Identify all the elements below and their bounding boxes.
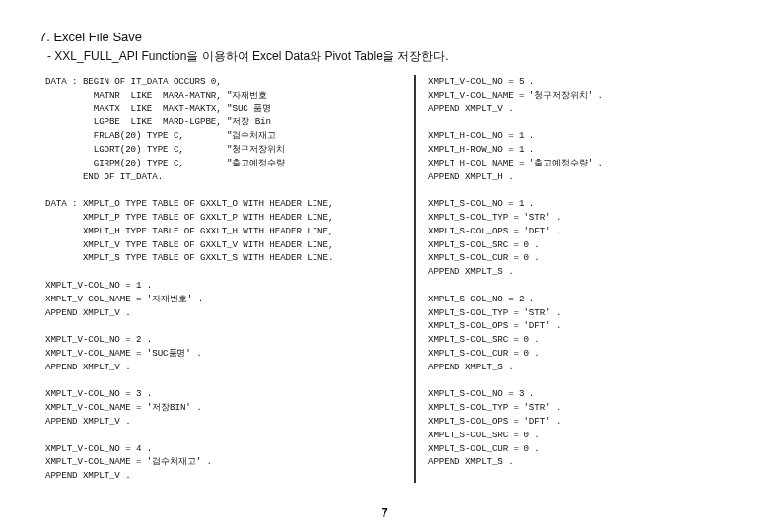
section-heading: 7. Excel File Save — [39, 30, 730, 44]
section-subheading: - XXL_FULL_API Function을 이용하여 Excel Data… — [39, 48, 730, 65]
page-number: 7 — [0, 505, 769, 520]
code-area: DATA : BEGIN OF IT_DATA OCCURS 0, MATNR … — [39, 75, 730, 483]
code-column-left: DATA : BEGIN OF IT_DATA OCCURS 0, MATNR … — [39, 75, 410, 483]
column-divider — [414, 75, 416, 483]
code-column-right: XMPLT_V-COL_NO = 5 . XMPLT_V-COL_NAME = … — [410, 75, 603, 483]
